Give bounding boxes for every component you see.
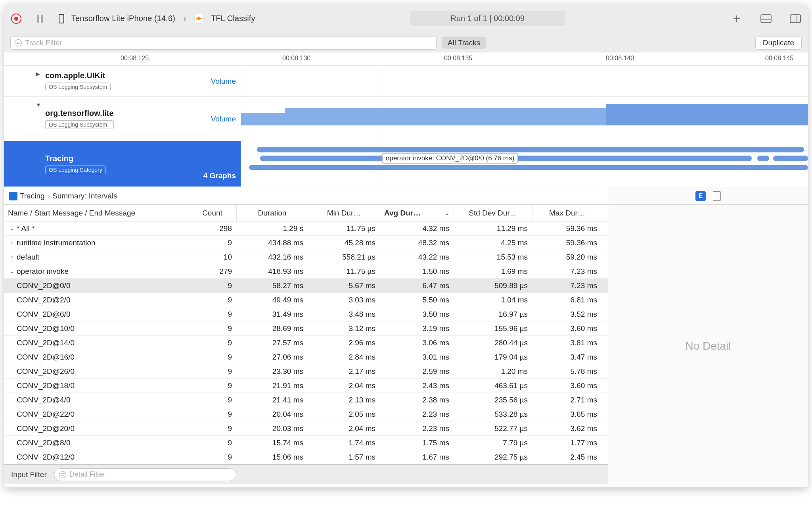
table-header: Name / Start Message / End Message Count… — [4, 205, 608, 221]
filter-icon — [59, 471, 66, 478]
row-std: 463.61 µs — [454, 381, 532, 390]
row-avg: 6.47 ms — [380, 281, 454, 290]
all-tracks-button[interactable]: All Tracks — [442, 37, 486, 49]
detail-area: Tracing › Summary: Intervals Name / Star… — [4, 187, 808, 487]
track-mode-label[interactable]: Volume — [211, 77, 236, 86]
pause-button[interactable] — [37, 15, 43, 23]
row-name: * All * — [17, 224, 34, 233]
disclosure-icon[interactable]: ⌄ — [9, 268, 15, 274]
row-max: 3.81 ms — [532, 339, 602, 347]
row-name: CONV_2D@6/0 — [17, 310, 70, 319]
disclosure-icon[interactable]: ⌄ — [9, 225, 15, 231]
row-avg: 2.38 ms — [380, 396, 454, 404]
col-avg-dur[interactable]: Avg Dur…⌄ — [380, 205, 454, 221]
extended-detail-tab[interactable]: E — [695, 191, 706, 201]
ruler-tick: 00:08.140 — [606, 55, 634, 62]
input-filter-label[interactable]: Input Filter — [11, 470, 47, 479]
track-filter-input[interactable]: Track Filter — [10, 36, 437, 50]
detail-right-tabs: E — [608, 187, 808, 205]
row-count: 9 — [188, 367, 237, 376]
run-status-pill[interactable]: Run 1 of 1 | 00:00:09 — [410, 11, 565, 26]
ruler-tick: 00:08.125 — [121, 55, 149, 62]
duplicate-button[interactable]: Duplicate — [755, 36, 802, 50]
col-count[interactable]: Count — [188, 205, 237, 221]
document-icon[interactable] — [713, 191, 721, 201]
col-name[interactable]: Name / Start Message / End Message — [4, 205, 188, 221]
row-min: 1.74 ms — [308, 439, 380, 447]
row-std: 16.97 µs — [454, 310, 532, 319]
table-body[interactable]: ⌄* All *2981.29 s11.75 µs4.32 ms11.29 ms… — [4, 221, 608, 464]
table-row[interactable]: CONV_2D@10/0928.69 ms3.12 ms3.19 ms155.9… — [4, 321, 608, 336]
table-row[interactable]: CONV_2D@4/0921.41 ms2.13 ms2.38 ms235.56… — [4, 393, 608, 407]
disclosure-icon[interactable]: › — [9, 254, 15, 260]
row-count: 9 — [188, 453, 237, 462]
volume-graph — [241, 104, 808, 125]
table-row[interactable]: CONV_2D@22/0920.04 ms2.05 ms2.23 ms533.2… — [4, 407, 608, 421]
app-window: Tensorflow Lite iPhone (14.6) › ✦ TFL Cl… — [4, 4, 808, 487]
layout-sidebar-icon[interactable] — [790, 14, 801, 23]
row-max: 3.60 ms — [532, 381, 602, 390]
table-row[interactable]: ⌄* All *2981.29 s11.75 µs4.32 ms11.29 ms… — [4, 221, 608, 236]
row-name: CONV_2D@0/0 — [17, 281, 70, 290]
table-row[interactable]: CONV_2D@16/0927.06 ms2.84 ms3.01 ms179.0… — [4, 350, 608, 364]
ruler-tick: 00:08.145 — [765, 55, 793, 62]
track-uikit[interactable]: ▶ com.apple.UIKit OS Logging Subsystem V… — [4, 66, 808, 97]
breadcrumb: Tracing › Summary: Intervals — [4, 187, 608, 205]
layout-split-icon[interactable] — [760, 14, 772, 23]
col-std-dur[interactable]: Std Dev Dur… — [454, 205, 532, 221]
table-row[interactable]: ⌄operator invoke279418.93 ms11.75 µs1.50… — [4, 264, 608, 279]
table-row[interactable]: CONV_2D@14/0927.57 ms2.96 ms3.06 ms280.4… — [4, 336, 608, 350]
row-min: 2.96 ms — [308, 339, 380, 347]
row-min: 558.21 µs — [308, 253, 380, 262]
row-count: 9 — [188, 310, 237, 319]
crumb-summary[interactable]: Summary: Intervals — [52, 192, 117, 200]
row-duration: 27.57 ms — [237, 339, 308, 347]
col-max-dur[interactable]: Max Dur… — [532, 205, 602, 221]
row-max: 1.77 ms — [532, 439, 602, 447]
row-max: 59.20 ms — [532, 253, 602, 262]
track-filter-placeholder: Track Filter — [25, 38, 62, 47]
track-tflite[interactable]: ▼ org.tensorflow.lite OS Logging Subsyst… — [4, 97, 808, 141]
crumb-tracing[interactable]: Tracing — [20, 192, 45, 200]
table-row[interactable]: CONV_2D@26/0923.30 ms2.17 ms2.59 ms1.20 … — [4, 364, 608, 379]
table-row[interactable]: CONV_2D@6/0931.49 ms3.48 ms3.50 ms16.97 … — [4, 307, 608, 321]
add-button[interactable] — [731, 14, 742, 23]
table-row[interactable]: CONV_2D@18/0921.91 ms2.04 ms2.43 ms463.6… — [4, 379, 608, 393]
row-std: 280.44 µs — [454, 339, 532, 347]
time-ruler[interactable]: 00:08.125 00:08.130 00:08.135 00:08.140 … — [4, 52, 808, 66]
track-subtitle: OS Logging Subsystem — [45, 83, 111, 91]
disclosure-down-icon[interactable]: ▼ — [36, 102, 41, 108]
col-min-dur[interactable]: Min Dur… — [308, 205, 380, 221]
table-row[interactable]: ›default10432.16 ms558.21 µs43.22 ms15.5… — [4, 250, 608, 264]
sort-desc-icon: ⌄ — [445, 210, 450, 216]
row-std: 15.53 ms — [454, 253, 532, 262]
table-row[interactable]: CONV_2D@8/0915.74 ms1.74 ms1.75 ms7.79 µ… — [4, 436, 608, 450]
track-tracing[interactable]: Tracing OS Logging Category 4 Graphs ope… — [4, 141, 808, 187]
tracing-graph[interactable]: operator invoke: CONV_2D@0/0 (6.76 ms) — [241, 141, 808, 187]
detail-filter-input[interactable]: Detail Filter — [54, 468, 236, 481]
disclosure-right-icon[interactable]: ▶ — [36, 71, 40, 77]
row-avg: 1.50 ms — [380, 267, 454, 276]
svg-rect-0 — [761, 15, 771, 23]
row-avg: 4.32 ms — [380, 224, 454, 233]
target-app-label[interactable]: TFL Classify — [211, 14, 255, 23]
col-duration[interactable]: Duration — [237, 205, 308, 221]
track-mode-label[interactable]: Volume — [211, 115, 236, 123]
row-min: 2.84 ms — [308, 353, 380, 362]
app-icon: ✦ — [194, 14, 204, 23]
row-max: 3.60 ms — [532, 324, 602, 333]
table-row[interactable]: CONV_2D@12/0915.06 ms1.57 ms1.67 ms292.7… — [4, 450, 608, 464]
table-row[interactable]: CONV_2D@0/0958.27 ms5.67 ms6.47 ms509.89… — [4, 279, 608, 293]
table-row[interactable]: ›runtime instrumentation9434.88 ms45.28 … — [4, 236, 608, 250]
row-max: 59.36 ms — [532, 239, 602, 247]
table-row[interactable]: CONV_2D@20/0920.03 ms2.04 ms2.23 ms522.7… — [4, 421, 608, 436]
chevron-right-icon: › — [181, 13, 189, 24]
row-min: 2.17 ms — [308, 367, 380, 376]
row-max: 3.65 ms — [532, 410, 602, 419]
device-label[interactable]: Tensorflow Lite iPhone (14.6) — [71, 14, 175, 23]
record-button[interactable] — [11, 13, 21, 24]
disclosure-icon[interactable]: › — [9, 240, 15, 246]
row-min: 3.12 ms — [308, 324, 380, 333]
svg-rect-1 — [790, 15, 801, 23]
table-row[interactable]: CONV_2D@2/0949.49 ms3.03 ms5.50 ms1.04 m… — [4, 293, 608, 307]
